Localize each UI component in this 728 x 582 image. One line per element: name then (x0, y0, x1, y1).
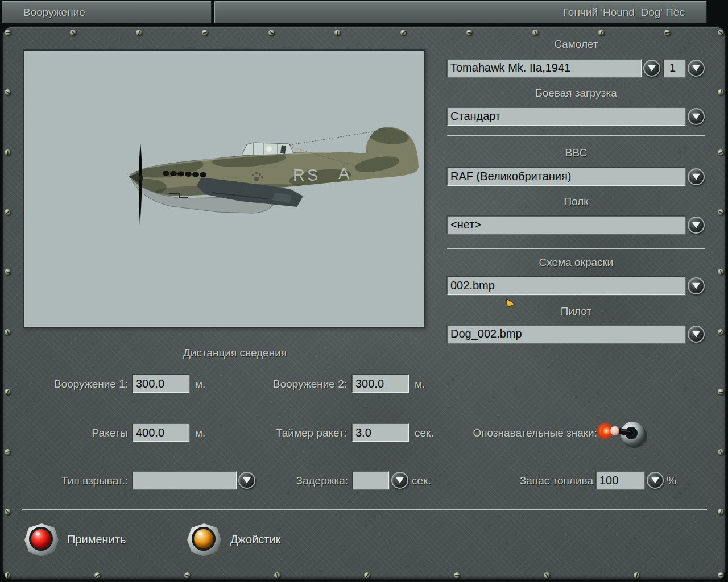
down-arrow-icon (692, 283, 700, 289)
down-arrow-icon (692, 222, 700, 228)
rockets-label: Ракеты (14, 427, 128, 439)
rockets-unit: м. (195, 427, 205, 439)
pilot-select[interactable]: Dog_002.bmp (447, 325, 685, 343)
loadout-select[interactable]: Стандарт (447, 107, 685, 126)
airforce-select[interactable]: RAF (Великобритания) (447, 168, 685, 186)
delay-unit: сек. (412, 475, 431, 487)
weapon1-label: Вооружение 1: (14, 378, 128, 390)
rocket-timer-input[interactable] (352, 423, 409, 442)
loadout-select-arrow[interactable] (688, 108, 705, 125)
aircraft-count-arrow[interactable] (688, 60, 705, 77)
down-arrow-icon (648, 65, 656, 72)
pilot-label: Пилот (447, 305, 705, 318)
regiment-label: Полк (447, 196, 705, 208)
aircraft-select-arrow[interactable] (643, 60, 660, 77)
joystick-label[interactable]: Джойстик (230, 533, 280, 546)
down-arrow-icon (692, 114, 700, 120)
apply-label[interactable]: Применить (67, 533, 126, 546)
down-arrow-icon (692, 331, 700, 338)
fuselage-code-right: A (338, 164, 350, 182)
delay-arrow[interactable] (391, 472, 408, 489)
divider (22, 509, 707, 510)
armament-screen: Вооружение Гончий 'Hound_Dog' Пёс (0, 0, 728, 582)
rockets-input[interactable] (133, 423, 189, 442)
paint-scheme-select-arrow[interactable] (688, 277, 705, 294)
weapon2-label: Вооружение 2: (233, 378, 347, 390)
weapon2-input[interactable] (352, 375, 409, 393)
joystick-amber-light (194, 529, 213, 548)
fuel-unit: % (667, 475, 676, 487)
paint-scheme-label: Схема окраски (447, 256, 705, 269)
light-glint (35, 532, 40, 535)
down-arrow-icon (692, 174, 700, 180)
divider (447, 135, 705, 136)
pilot-select-arrow[interactable] (688, 326, 705, 343)
regiment-select-arrow[interactable] (688, 217, 705, 234)
fuse-type-label: Тип взрыват.: (14, 475, 128, 487)
tab-armament[interactable]: Вооружение (2, 1, 212, 23)
fuel-input[interactable] (596, 471, 644, 489)
rocket-timer-unit: сек. (415, 427, 434, 439)
tab-pilot-name[interactable]: Гончий 'Hound_Dog' Пёс (214, 1, 707, 23)
fuel-arrow[interactable] (647, 472, 664, 489)
paint-scheme-select[interactable]: 002.bmp (447, 277, 685, 295)
regiment-select[interactable]: <нет> (447, 216, 685, 234)
weapon1-input[interactable] (133, 375, 189, 393)
aircraft-image: RS A (24, 51, 424, 327)
aircraft-preview: RS A (23, 49, 425, 328)
rocket-timer-label: Таймер ракет: (233, 427, 347, 439)
weapon2-unit: м. (415, 378, 425, 390)
down-arrow-icon (651, 477, 659, 484)
markings-toggle-switch[interactable] (596, 419, 648, 448)
fuselage-code-left: RS (293, 166, 320, 184)
aircraft-count-select[interactable]: 1 (664, 59, 685, 77)
loadout-label: Боевая загрузка (447, 87, 705, 99)
down-arrow-icon (692, 65, 700, 72)
joystick-button[interactable] (187, 523, 221, 556)
apply-button[interactable] (24, 523, 59, 556)
mouse-cursor (505, 298, 516, 310)
divider (447, 248, 705, 249)
delay-label: Задержка: (234, 475, 348, 487)
airforce-label: ВВС (447, 147, 705, 159)
down-arrow-icon (396, 477, 404, 484)
aircraft-label: Самолет (447, 38, 705, 51)
apply-red-light (31, 529, 51, 548)
fuel-label: Запас топлива (479, 475, 593, 487)
convergence-title: Дистанция сведения (93, 347, 377, 359)
light-glint (198, 532, 202, 535)
aircraft-select[interactable]: Tomahawk Mk. IIa,1941 (447, 59, 642, 77)
airforce-select-arrow[interactable] (688, 168, 705, 185)
fuse-type-select[interactable] (133, 471, 237, 489)
weapon1-unit: м. (195, 378, 205, 390)
markings-label: Опознавательные знаки: (445, 427, 597, 439)
delay-input[interactable] (353, 471, 389, 489)
